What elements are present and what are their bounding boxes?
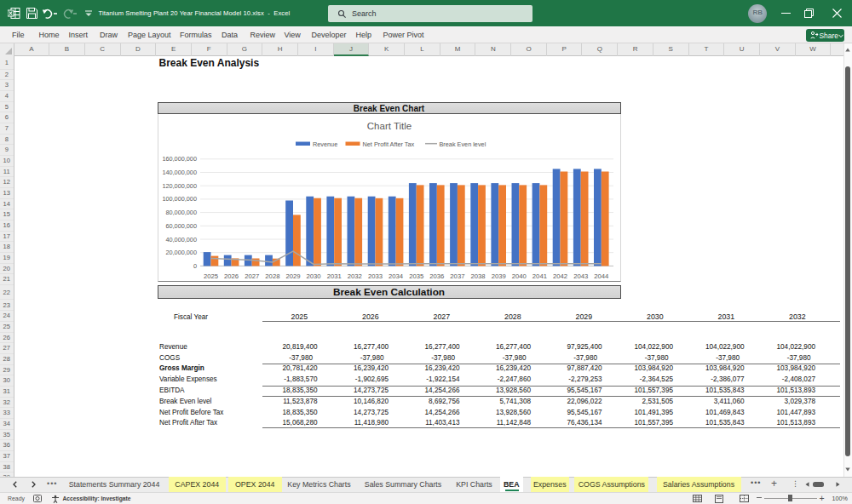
svg-text:2043: 2043	[573, 272, 588, 280]
svg-text:2042: 2042	[552, 272, 567, 280]
svg-text:120,000,000: 120,000,000	[162, 182, 197, 190]
svg-text:2029: 2029	[285, 272, 300, 280]
svg-text:2028: 2028	[265, 272, 279, 280]
svg-text:2034: 2034	[389, 272, 404, 280]
svg-text:2025: 2025	[203, 272, 217, 280]
svg-text:2036: 2036	[429, 272, 444, 280]
svg-text:2038: 2038	[470, 272, 485, 280]
svg-text:40,000,000: 40,000,000	[165, 236, 197, 243]
svg-text:2027: 2027	[245, 272, 259, 280]
svg-text:60,000,000: 60,000,000	[165, 222, 197, 230]
svg-text:2032: 2032	[347, 272, 361, 280]
svg-text:Break Even level: Break Even level	[439, 140, 486, 148]
svg-text:2031: 2031	[326, 272, 341, 280]
svg-text:100,000,000: 100,000,000	[162, 195, 197, 203]
svg-text:160,000,000: 160,000,000	[162, 155, 197, 163]
svg-text:2039: 2039	[491, 272, 505, 280]
svg-text:2035: 2035	[409, 272, 423, 280]
svg-text:140,000,000: 140,000,000	[162, 169, 197, 176]
svg-text:2033: 2033	[367, 272, 382, 280]
svg-text:2030: 2030	[306, 272, 320, 280]
svg-text:2026: 2026	[224, 272, 239, 280]
svg-text:2040: 2040	[511, 272, 526, 280]
svg-text:80,000,000: 80,000,000	[165, 209, 197, 216]
svg-text:Revenue: Revenue	[313, 140, 337, 148]
svg-text:2044: 2044	[594, 272, 609, 280]
svg-text:2041: 2041	[532, 272, 546, 280]
svg-text:0: 0	[193, 262, 196, 270]
svg-text:2037: 2037	[450, 272, 464, 280]
svg-text:Net Profit After Tax: Net Profit After Tax	[362, 140, 414, 148]
svg-text:Chart Title: Chart Title	[366, 121, 411, 131]
svg-text:20,000,000: 20,000,000	[165, 249, 197, 256]
